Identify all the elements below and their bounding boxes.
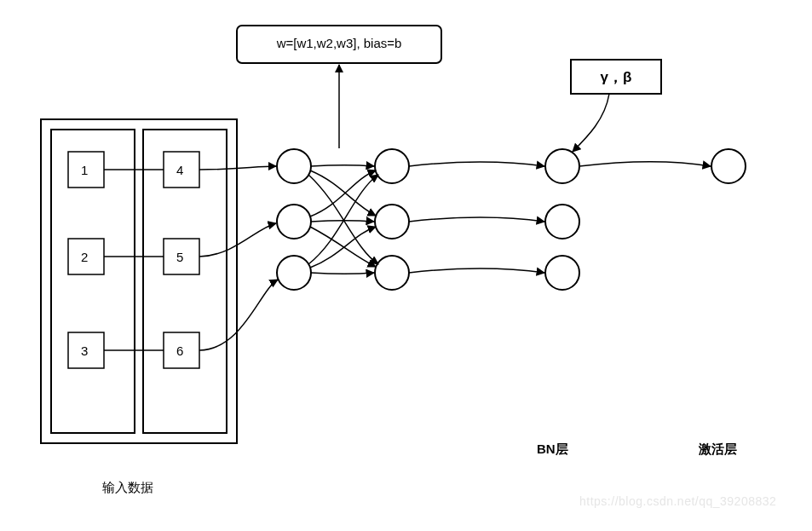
fc-2-3	[310, 227, 376, 267]
bn-node-3	[545, 256, 579, 290]
fc-1-2	[310, 170, 376, 216]
activation-node	[711, 149, 746, 183]
conn-6-l1n3	[199, 280, 278, 350]
input-container	[41, 119, 237, 443]
conn-l2-bn-3	[409, 268, 544, 273]
fc-1-1	[311, 165, 374, 167]
layer1-node-3	[277, 256, 311, 290]
layer1-node-1	[277, 149, 311, 183]
input-col1-box	[51, 130, 135, 433]
layer1-node-2	[277, 205, 311, 239]
bn-layer-label: BN层	[537, 442, 568, 458]
cell-6-text: 6	[176, 343, 183, 358]
input-col2-box	[143, 130, 227, 433]
cell-4-text: 4	[176, 163, 183, 177]
activation-layer-label: 激活层	[699, 442, 737, 458]
conn-bn-act	[579, 162, 711, 166]
params-text: w=[w1,w2,w3], bias=b	[237, 36, 441, 50]
bn-node-2	[545, 205, 579, 239]
layer2-node-3	[375, 256, 409, 290]
conn-l2-bn-1	[409, 162, 544, 166]
watermark-text: https://blog.csdn.net/qq_39208832	[579, 494, 776, 508]
cell-2-text: 2	[81, 250, 88, 264]
fc-3-3	[311, 273, 374, 274]
layer2-node-1	[375, 149, 409, 183]
conn-l2-bn-2	[409, 217, 544, 222]
layer2-node-2	[375, 205, 409, 239]
cell-3-text: 3	[81, 343, 88, 358]
fc-1-3	[308, 175, 378, 264]
gamma-beta-text: γ，β	[571, 67, 661, 87]
input-data-label: 输入数据	[102, 480, 153, 496]
cell-5-text: 5	[176, 250, 183, 264]
bn-node-1	[545, 149, 579, 183]
gamma-beta-arrow	[573, 94, 609, 152]
cell-1-text: 1	[81, 163, 88, 177]
